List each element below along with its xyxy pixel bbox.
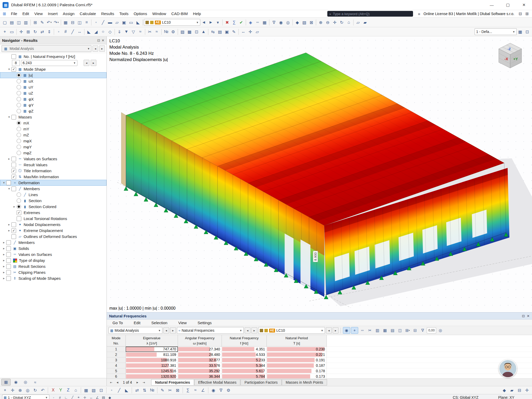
- tree-item-type-of-display[interactable]: ►Type of display: [0, 257, 107, 263]
- close-button[interactable]: ✕: [516, 0, 532, 10]
- next-page-button[interactable]: ►: [135, 380, 140, 385]
- visibility-icon[interactable]: ◉: [277, 19, 284, 26]
- radio-button[interactable]: [17, 109, 21, 113]
- table-view-icon[interactable]: ▤: [389, 327, 396, 334]
- layout-icon[interactable]: ⊞: [524, 11, 530, 17]
- result-values-icon[interactable]: ˣˣˣ: [359, 327, 366, 334]
- checkbox[interactable]: ✓: [11, 67, 16, 72]
- wireframe-icon[interactable]: ▱: [355, 19, 362, 26]
- show-results-icon[interactable]: ◈: [247, 19, 254, 26]
- nav-tab-display[interactable]: ▦: [1, 379, 11, 385]
- tree-item-extremes[interactable]: ✓Extremes: [0, 210, 107, 216]
- angle-icon[interactable]: ∠: [200, 387, 207, 394]
- radio-button[interactable]: [17, 121, 21, 125]
- radio-button[interactable]: [17, 204, 21, 209]
- last-page-button[interactable]: ⇥: [141, 380, 147, 385]
- ortho-toggle-icon[interactable]: ∟: [63, 395, 69, 399]
- table-loadcase-select[interactable]: AE LC10 ▼: [258, 327, 325, 334]
- table-row[interactable]: 41127.38133.5765.3440.187: [107, 363, 532, 368]
- split-table-icon[interactable]: ◫: [397, 327, 403, 334]
- filter-icon[interactable]: ∇: [270, 19, 277, 26]
- result-values-icon[interactable]: ˣˣˣ: [254, 19, 261, 26]
- mesh-settings-icon[interactable]: ⊡: [193, 28, 200, 35]
- rotate-view-icon[interactable]: ↻: [338, 19, 345, 26]
- render-mode-icon[interactable]: ◆: [294, 19, 301, 26]
- menu-view[interactable]: View: [32, 11, 45, 17]
- mode-number-input[interactable]: 8: [12, 60, 20, 66]
- value-cell[interactable]: 1320.920: [126, 374, 178, 378]
- tree-item-my[interactable]: mY: [0, 126, 107, 132]
- render-filled-icon[interactable]: ▰: [508, 387, 515, 394]
- tree-item-uz[interactable]: ▦uZ: [0, 90, 107, 96]
- radio-button[interactable]: [17, 97, 21, 101]
- radio-button[interactable]: [17, 91, 21, 95]
- dimension-toggle-icon[interactable]: ↔: [88, 395, 94, 399]
- new-model-icon[interactable]: ▢: [1, 19, 8, 26]
- view-x-icon[interactable]: X: [50, 387, 57, 394]
- new-node-icon[interactable]: ◦: [108, 387, 115, 394]
- delete-results-icon[interactable]: ✖: [224, 19, 231, 26]
- checkbox[interactable]: [11, 187, 16, 191]
- tree-item-no-natural-frequency-f-hz[interactable]: ▦No. | Natural Frequency f [Hz]: [0, 54, 107, 59]
- layers-icon[interactable]: ▤: [216, 28, 223, 35]
- tree-item-m-x[interactable]: mφX: [0, 138, 107, 144]
- format-painter-icon[interactable]: ✎: [39, 19, 46, 26]
- menu-cad-bim[interactable]: CAD-BIM: [169, 11, 190, 17]
- checkbox[interactable]: [6, 276, 11, 281]
- menu-calculate[interactable]: Calculate: [77, 11, 99, 17]
- tree-item-lines[interactable]: ╱Lines: [0, 192, 107, 198]
- table-row[interactable]: 1747.47027.3404.3510.230: [107, 347, 532, 352]
- value-cell[interactable]: 5.617: [222, 368, 267, 374]
- expand-icon[interactable]: ►: [12, 205, 17, 208]
- value-cell[interactable]: 4.351: [222, 347, 267, 352]
- scale-icon[interactable]: ⇕: [46, 28, 53, 35]
- menu-help[interactable]: Help: [190, 11, 204, 17]
- value-cell[interactable]: 5.233: [222, 357, 267, 363]
- menu-assign[interactable]: Assign: [60, 11, 77, 17]
- result-crosshair-icon[interactable]: ⌖: [351, 327, 358, 334]
- pan-icon[interactable]: ✛: [331, 19, 338, 26]
- pan-view-icon[interactable]: ✛: [9, 387, 16, 394]
- table-row[interactable]: 2811.10928.4804.5330.221: [107, 352, 532, 357]
- next-mode-button[interactable]: ►: [91, 60, 96, 66]
- tree-item-mode-shape[interactable]: ▼✓▦Mode Shape: [0, 66, 107, 72]
- guidelines-icon[interactable]: ╱: [69, 28, 76, 35]
- tree-item-extreme-displacement[interactable]: ►✓✦Extreme Displacement: [0, 228, 107, 234]
- display-profile-select[interactable]: 1 - Defa...▼: [475, 28, 517, 35]
- radio-button[interactable]: [17, 85, 21, 89]
- checkbox[interactable]: [11, 234, 16, 239]
- result-diagram-icon[interactable]: ≈: [153, 28, 160, 35]
- zoom-in-icon[interactable]: ⊕: [317, 19, 324, 26]
- split-view-icon[interactable]: ◫: [76, 19, 83, 26]
- close-panel-icon[interactable]: ✕: [102, 38, 104, 42]
- nodal-load-icon[interactable]: ⇓: [116, 28, 123, 35]
- checkbox[interactable]: [17, 216, 21, 221]
- settings-icon[interactable]: ⚙: [170, 28, 177, 35]
- radio-button[interactable]: [17, 198, 21, 203]
- tree-item-max-min-information[interactable]: ✓⇅Max/Min Information: [0, 174, 107, 180]
- value-cell[interactable]: 33.576: [178, 363, 222, 368]
- tree-item-mz[interactable]: mZ: [0, 132, 107, 138]
- tree-item-scaling-of-mode-shapes[interactable]: ►⇕Scaling of Mode Shapes: [0, 275, 107, 281]
- expand-icon[interactable]: ►: [7, 229, 11, 232]
- select-box-icon[interactable]: ▭: [8, 28, 15, 35]
- expand-icon[interactable]: ►: [7, 157, 11, 160]
- prev-type-button[interactable]: ◄: [245, 327, 250, 334]
- next-analysis-button[interactable]: ►: [99, 45, 105, 52]
- radio-button[interactable]: [17, 192, 21, 197]
- tree-item-z[interactable]: ▦φZ: [0, 108, 107, 114]
- tree-item-solids[interactable]: ►▣Solids: [0, 245, 107, 251]
- numbering-icon[interactable]: №: [163, 28, 170, 35]
- checkbox[interactable]: ✓: [17, 210, 21, 215]
- float-panel-icon[interactable]: ⊡: [97, 38, 100, 42]
- stability-icon[interactable]: ▲: [200, 28, 207, 35]
- expand-icon[interactable]: ►: [2, 271, 6, 274]
- blocks-icon[interactable]: ▣: [223, 28, 230, 35]
- value-cell[interactable]: 5.344: [222, 363, 267, 368]
- close-table-icon[interactable]: ✕: [527, 314, 530, 318]
- table-tab-effective-modal-masses[interactable]: Effective Modal Masses: [194, 379, 241, 385]
- render-solid-icon[interactable]: ◆: [501, 387, 508, 394]
- expand-icon[interactable]: ►: [2, 265, 6, 268]
- zoom-all-icon[interactable]: ◎: [24, 387, 31, 394]
- checkbox[interactable]: ✓: [11, 169, 16, 173]
